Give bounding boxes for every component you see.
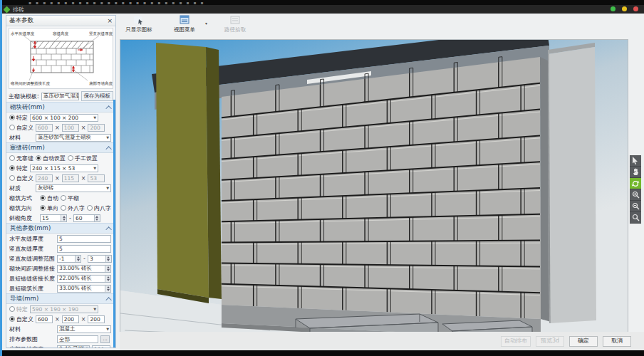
chevron-down-icon: ▼ (93, 115, 96, 120)
window-edge-strip (0, 0, 2, 356)
cancel-button[interactable]: 取消 (603, 336, 631, 347)
radio-option[interactable]: 平砌 (61, 194, 79, 202)
section-title: 其他参数(mm) (10, 224, 51, 233)
scene-3d (120, 40, 628, 332)
radio-option[interactable]: 自定义 (9, 174, 33, 182)
text-input[interactable]: 600 (36, 315, 53, 323)
spinner-arrows-icon[interactable] (105, 276, 110, 282)
radio-option[interactable]: 自定义 (9, 315, 33, 323)
section-header[interactable]: 塞缝砖(mm) (6, 142, 115, 153)
diagram-label-tl: 水平灰缝厚度 (11, 31, 35, 36)
radio-option[interactable]: 内八字 (87, 204, 111, 212)
collapse-chevron-icon[interactable] (105, 105, 111, 111)
section-header[interactable]: 导墙(mm) (6, 293, 115, 304)
text-input: 53 (88, 174, 105, 182)
radio-option[interactable]: 特定 (9, 164, 28, 172)
zoom-out-tool-icon[interactable] (630, 201, 641, 212)
text-input: 600 (36, 124, 53, 132)
spinner-input[interactable]: 33.00% 砖长 (57, 285, 111, 293)
navigation-rail (630, 155, 641, 224)
radio-option[interactable]: 自动设置 (36, 155, 66, 162)
section-header[interactable]: 砌块砖(mm) (6, 102, 115, 112)
radio-label: 自动 (47, 194, 58, 202)
collapse-chevron-icon[interactable] (105, 146, 111, 152)
main-block-template-row: 主砌块模板: 蒸压砂加气混凝土砌块 ▼ 保存为模板 (6, 90, 115, 102)
field-label: 材料 (9, 325, 55, 333)
tab-title[interactable]: 排砖 (13, 6, 24, 14)
view-menu-dropdown-caret[interactable]: ▾ (205, 21, 207, 26)
param-row: 材质灰砂砖▼ (6, 183, 115, 193)
app-window: ▪▪▪▪▪▪▪▪▪▪▪▪▪▪▪▪▪▪▪▪▪▪▪▪▪ 排砖 基本参数 × 水平灰缝… (0, 0, 644, 356)
panel-scrollbar[interactable] (113, 100, 115, 347)
spinner-input[interactable]: 15 (40, 214, 67, 222)
spinner-value: 15 (41, 215, 51, 221)
spinner-input[interactable]: 33.00% 砖长 (57, 265, 111, 273)
spinner-arrows-icon[interactable] (83, 346, 89, 349)
section-title: 塞缝砖(mm) (10, 144, 45, 152)
close-dot-icon[interactable] (633, 6, 638, 11)
radio-option[interactable]: 单向 (40, 204, 58, 212)
radio-label: 特定 (16, 305, 28, 313)
param-row: 自定义240×115×53 (6, 173, 115, 183)
text-input[interactable]: 全部 (57, 335, 98, 343)
text-input[interactable]: 5 (57, 235, 111, 243)
collapse-chevron-icon[interactable] (105, 226, 111, 232)
dropdown[interactable]: 灰砂砖▼ (36, 184, 111, 192)
diagram-label-br: 底部导墙高度 (89, 81, 113, 86)
restore-dot-icon[interactable] (622, 6, 627, 11)
dropdown-value: 590 × 190 × 190 (32, 306, 78, 313)
minimize-dot-icon[interactable] (611, 6, 616, 11)
view-menu-icon (179, 15, 190, 25)
param-row: 特定590 × 190 × 190▼ (6, 304, 115, 314)
radio-option[interactable]: 外八字 (61, 204, 85, 212)
dropdown[interactable]: 混凝土▼ (57, 325, 111, 333)
spinner-arrows-icon[interactable] (75, 256, 80, 262)
save-as-template-button[interactable]: 保存为模板 (81, 91, 114, 101)
text-input: 200 (88, 124, 105, 132)
text-input[interactable]: 200 (62, 315, 79, 323)
spinner-arrows-icon[interactable] (61, 215, 66, 221)
section-header[interactable]: 其他参数(mm) (6, 223, 115, 234)
radio-option[interactable]: 手工设置 (68, 155, 98, 162)
chevron-down-icon: ▼ (106, 327, 109, 331)
radio-option[interactable]: 自动 (40, 194, 58, 202)
spinner-arrows-icon[interactable] (105, 266, 110, 272)
show-icons-only-button[interactable]: 只显示图标 (121, 15, 157, 39)
panel-sections: 砌块砖(mm)特定600 × 100 × 200▼自定义600×100×200材… (6, 102, 115, 348)
orbit-tool-icon[interactable] (630, 178, 641, 189)
radio-option[interactable]: 无塞缝 (9, 155, 33, 162)
radio-label: 外八字 (68, 204, 85, 212)
browse-button[interactable]: ... (100, 335, 110, 343)
radio-option[interactable]: 自定义 (9, 124, 33, 132)
view-menu-button[interactable]: 视图菜单 (167, 15, 202, 39)
panel-close-icon[interactable]: × (107, 18, 113, 23)
radio-icon (9, 155, 15, 161)
radio-option[interactable]: 特定 (9, 114, 28, 122)
field-label: 排布参数图 (9, 335, 55, 343)
spinner-input[interactable]: 22.00% 砖长 (57, 275, 111, 283)
text-input[interactable]: 200 (88, 315, 105, 323)
spinner-arrows-icon[interactable] (105, 286, 110, 292)
text-input[interactable]: 100 (92, 345, 110, 349)
dropdown[interactable]: 240 × 115 × 53▼ (30, 164, 98, 172)
dropdown[interactable]: 600 × 100 × 200▼ (30, 114, 98, 122)
zoom-in-tool-icon[interactable] (630, 189, 641, 201)
collapse-chevron-icon[interactable] (105, 297, 111, 303)
text-input[interactable]: 5 (57, 245, 111, 253)
spinner-arrows-icon[interactable] (94, 215, 100, 221)
diagram-label-tm: 塞缝高度 (53, 31, 69, 36)
zoom-extents-tool-icon[interactable] (630, 212, 641, 224)
pan-tool-icon[interactable] (630, 167, 641, 178)
dropdown[interactable]: 蒸压砂加气混凝土砌块▼ (36, 134, 111, 142)
param-row: 特定240 × 115 × 53▼ (6, 163, 115, 173)
spinner-input[interactable]: 0.40 已排布 (57, 345, 90, 349)
spinner-input[interactable]: -1 (57, 255, 81, 263)
viewport-3d[interactable] (120, 39, 628, 333)
spinner-arrows-icon[interactable] (105, 256, 111, 262)
ok-button[interactable]: 确定 (569, 336, 598, 347)
cursor-tool-icon[interactable] (630, 155, 641, 167)
template-dropdown[interactable]: 蒸压砂加气混凝土砌块 ▼ (41, 93, 79, 100)
spinner-input[interactable]: 60 (73, 214, 100, 222)
dimension-separator: × (81, 125, 86, 131)
spinner-input[interactable]: 3 (88, 255, 112, 263)
